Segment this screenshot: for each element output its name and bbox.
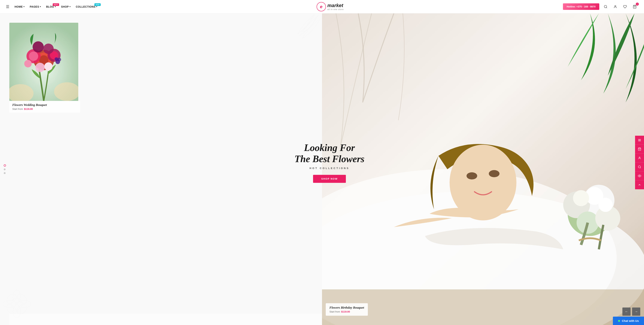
svg-point-22 <box>13 290 20 303</box>
sidebar-cart-icon[interactable] <box>635 145 644 154</box>
svg-point-44 <box>598 198 613 212</box>
product-name-right: Flowers Birthday Bouquet <box>330 306 364 310</box>
svg-point-13 <box>36 63 45 72</box>
shop-now-button[interactable]: SHOP NOW <box>313 175 346 183</box>
sidebar-search-icon[interactable] <box>635 162 644 171</box>
next-arrow-button[interactable]: → <box>632 308 640 316</box>
svg-point-26 <box>5 292 18 306</box>
hero-section: Looking For The Best Flowers HOT COLLECT… <box>292 142 367 183</box>
price-prefix-right: Start from <box>330 310 340 313</box>
svg-point-15 <box>24 60 32 67</box>
main-content: Flowers Wedding Bouquet Start from $119.… <box>0 13 644 325</box>
svg-rect-45 <box>322 290 644 325</box>
svg-point-8 <box>29 51 38 61</box>
cart-icon-btn[interactable]: 0 <box>631 3 638 10</box>
product-price-left: $119.00 <box>24 108 33 110</box>
collections-badge: New <box>94 3 100 6</box>
nav-item-shop[interactable]: SHOP ▾ <box>61 5 70 8</box>
svg-point-14 <box>44 62 52 70</box>
logo-main-text: market <box>328 3 344 8</box>
svg-point-11 <box>32 41 44 52</box>
hero-title: Looking For The Best Flowers <box>292 142 367 165</box>
chat-widget[interactable]: Chat with Us <box>613 317 644 325</box>
blog-badge: Hot! <box>53 3 59 6</box>
svg-point-17 <box>58 58 61 61</box>
logo-sub-text: all in one store <box>328 8 344 10</box>
right-panel: Flowers Birthday Bouquet Start from $119… <box>322 13 644 325</box>
product-info-left: Flowers Wedding Bouquet Start from $119.… <box>9 101 80 113</box>
svg-point-18 <box>54 57 58 61</box>
price-prefix-left: Start from <box>12 108 23 110</box>
bottom-strip-left <box>9 314 322 325</box>
search-icon-btn[interactable] <box>602 3 609 10</box>
nav-left: ☰ HOME ▾ PAGES ▾ BLOG ▾ Hot! SHOP ▾ COLL… <box>6 4 97 9</box>
svg-point-24 <box>3 300 16 308</box>
svg-point-27 <box>16 292 29 306</box>
prev-arrow-button[interactable]: ← <box>622 308 630 316</box>
sidebar-menu-icon[interactable] <box>635 136 644 145</box>
svg-point-21 <box>11 298 22 310</box>
svg-point-51 <box>638 166 640 168</box>
svg-point-25 <box>18 300 31 308</box>
hamburger-icon[interactable]: ☰ <box>6 4 9 9</box>
svg-point-43 <box>573 190 589 206</box>
nav-arrows: ← → <box>622 308 640 316</box>
sidebar-user-icon[interactable] <box>635 154 644 162</box>
product-price-right: $119.00 <box>341 310 350 313</box>
product-card-right: Flowers Birthday Bouquet Start from $119… <box>326 303 368 316</box>
product-card-left: Flowers Wedding Bouquet Start from $119.… <box>9 23 80 113</box>
left-panel: Flowers Wedding Bouquet Start from $119.… <box>0 13 322 325</box>
svg-point-12 <box>43 43 54 54</box>
wishlist-icon-btn[interactable] <box>622 3 628 10</box>
nav-item-blog[interactable]: BLOG ▾ Hot! <box>46 5 56 8</box>
dot-3[interactable] <box>4 172 6 174</box>
logo[interactable]: e market all in one store <box>316 2 344 11</box>
cart-badge: 0 <box>636 2 639 5</box>
svg-point-52 <box>639 175 640 176</box>
product-name-left: Flowers Wedding Bouquet <box>12 103 77 107</box>
hotline-button[interactable]: Hotline: +375 - 168 - 9870 <box>563 3 599 10</box>
dot-1[interactable] <box>4 164 6 167</box>
dot-2[interactable] <box>4 168 6 170</box>
hero-subtitle: HOT COLLECTIONS <box>292 167 367 170</box>
nav-item-collections[interactable]: COLLECTIONS ▾ New <box>76 5 97 8</box>
nav-item-pages[interactable]: PAGES ▾ <box>30 5 41 8</box>
svg-point-0 <box>604 5 606 8</box>
right-background <box>322 13 644 325</box>
account-icon-btn[interactable] <box>612 3 619 10</box>
chat-online-dot <box>618 320 620 322</box>
sidebar-eye-icon[interactable] <box>635 171 644 180</box>
navbar: ☰ HOME ▾ PAGES ▾ BLOG ▾ Hot! SHOP ▾ COLL… <box>0 0 644 13</box>
logo-circle: e <box>316 2 326 11</box>
dot-indicators <box>4 164 6 174</box>
svg-point-36 <box>489 170 500 177</box>
nav-item-home[interactable]: HOME ▾ <box>14 5 24 8</box>
sidebar-up-icon[interactable] <box>635 180 644 189</box>
nav-right: Hotline: +375 - 168 - 9870 0 <box>563 3 638 10</box>
product-image-left <box>9 23 78 101</box>
sidebar-icons <box>635 136 644 189</box>
deco-leaves-top <box>285 13 322 56</box>
chat-label: Chat with Us <box>622 319 639 323</box>
svg-point-40 <box>576 211 599 234</box>
svg-point-50 <box>639 157 640 158</box>
svg-point-1 <box>615 5 616 7</box>
svg-point-35 <box>466 172 477 179</box>
